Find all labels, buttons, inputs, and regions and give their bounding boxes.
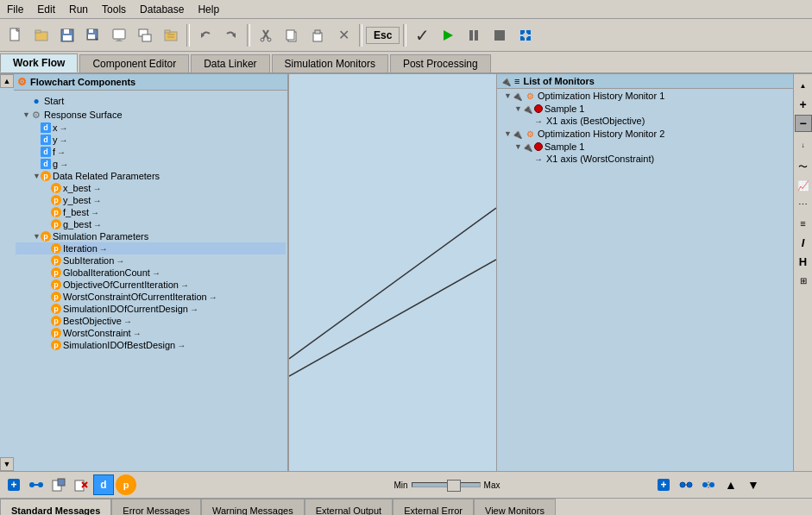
tree-start[interactable]: ● Start bbox=[16, 94, 286, 108]
d-tool-button[interactable]: d bbox=[93, 474, 114, 495]
open-button[interactable] bbox=[29, 23, 54, 47]
monitor-2-sample-1[interactable]: ▼ 🔌 Sample 1 bbox=[497, 141, 793, 153]
tree-x[interactable]: d x → bbox=[16, 122, 286, 134]
tree-worst-constraint[interactable]: p WorstConstraint → bbox=[16, 327, 286, 339]
tree-best-obj[interactable]: p BestObjective → bbox=[16, 315, 286, 327]
tree-y[interactable]: d y → bbox=[16, 134, 286, 146]
menu-run[interactable]: Run bbox=[62, 2, 95, 17]
pause-button[interactable] bbox=[462, 23, 486, 47]
menu-help[interactable]: Help bbox=[191, 2, 226, 17]
monitor-group-1[interactable]: ▼ 🔌 ⚙ Optimization History Monitor 1 bbox=[497, 89, 793, 103]
new-button[interactable] bbox=[3, 23, 28, 47]
undo-button[interactable] bbox=[193, 23, 217, 47]
sidebar-scroll-down[interactable]: ↓ bbox=[795, 136, 812, 154]
save-button[interactable] bbox=[55, 23, 79, 47]
delete-button[interactable]: ✕ bbox=[331, 23, 356, 47]
zoom-slider-track[interactable] bbox=[412, 482, 481, 487]
sidebar-italic-icon[interactable]: I bbox=[795, 234, 812, 251]
tree-g-best[interactable]: p g_best → bbox=[16, 218, 286, 230]
status-tab-error[interactable]: Error Messages bbox=[111, 499, 201, 515]
sidebar-bars-icon[interactable]: ≡ bbox=[795, 215, 812, 232]
status-tab-warning[interactable]: Warning Messages bbox=[201, 499, 305, 515]
y-best-label: y_best bbox=[63, 195, 91, 205]
add-conn-button[interactable] bbox=[26, 474, 47, 495]
monitor-1-x1-axis[interactable]: → X1 axis (BestObjective) bbox=[497, 115, 793, 127]
sidebar-zoom-plus[interactable]: + bbox=[795, 96, 812, 113]
sidebar-dots-icon[interactable]: ⋯ bbox=[795, 196, 812, 213]
tree-simid-cur[interactable]: p SimulationIDOfCurrentDesign → bbox=[16, 303, 286, 315]
delete-comp-button[interactable] bbox=[71, 474, 91, 495]
save-as-button[interactable]: + bbox=[81, 23, 105, 47]
left-panel: ⚙ Flowchart Components ● Start ▼ ⚙ Respo… bbox=[0, 74, 289, 471]
run-button[interactable] bbox=[436, 23, 460, 47]
scroll-up-button[interactable]: ▲ bbox=[0, 74, 14, 88]
cut-button[interactable] bbox=[254, 23, 278, 47]
menu-database[interactable]: Database bbox=[133, 2, 191, 17]
flowchart-title: Flowchart Components bbox=[30, 77, 135, 87]
plug-icon-s2: 🔌 bbox=[522, 142, 532, 152]
tree-f-best[interactable]: p f_best → bbox=[16, 206, 286, 218]
tab-component-editor[interactable]: Component Editor bbox=[79, 54, 189, 72]
monitor-1-sample-1[interactable]: ▼ 🔌 Sample 1 bbox=[497, 103, 793, 115]
sidebar-scroll-up[interactable]: ▲ bbox=[795, 77, 812, 94]
copy-monitor-button[interactable] bbox=[698, 474, 719, 495]
stop-button[interactable] bbox=[488, 23, 512, 47]
redo-button[interactable] bbox=[219, 23, 243, 47]
p-tool-button[interactable]: p bbox=[116, 474, 136, 495]
menu-tools[interactable]: Tools bbox=[95, 2, 133, 17]
status-tab-external-error[interactable]: External Error bbox=[393, 499, 474, 515]
tree-sim-params-group[interactable]: ▼ p Simulation Parameters bbox=[16, 230, 286, 242]
f-best-label: f_best bbox=[63, 207, 89, 217]
sidebar-wave-icon[interactable]: 〜 bbox=[795, 158, 812, 175]
copy-button[interactable] bbox=[280, 23, 304, 47]
monitor-2-x1-axis[interactable]: → X1 axis (WorstConstraint) bbox=[497, 153, 793, 165]
tree-f[interactable]: d f → bbox=[16, 146, 286, 158]
scroll-down-button[interactable]: ▼ bbox=[0, 457, 14, 471]
tree-response-surface[interactable]: ▼ ⚙ Response Surface bbox=[16, 108, 286, 122]
tab-simulation-monitors[interactable]: Simulation Monitors bbox=[272, 54, 388, 72]
edit-comp-button[interactable] bbox=[48, 474, 69, 495]
tree-iteration[interactable]: p Iteration → bbox=[16, 242, 286, 254]
svg-rect-9 bbox=[88, 35, 95, 39]
p-icon-wc: p bbox=[51, 328, 61, 338]
tree-g[interactable]: d g → bbox=[16, 158, 286, 170]
tree-data-params-group[interactable]: ▼ p Data Related Parameters bbox=[16, 170, 286, 182]
esc-button[interactable]: Esc bbox=[366, 27, 400, 44]
sidebar-grid-icon[interactable]: ⊞ bbox=[795, 272, 812, 289]
menu-file[interactable]: File bbox=[0, 2, 30, 17]
zoom-slider-thumb[interactable] bbox=[447, 480, 461, 492]
status-tab-standard[interactable]: Standard Messages bbox=[0, 499, 111, 515]
tab-data-linker[interactable]: Data Linker bbox=[191, 54, 269, 72]
tree-x-best[interactable]: p x_best → bbox=[16, 182, 286, 194]
tree-global-iter[interactable]: p GlobalIterationCount → bbox=[16, 267, 286, 279]
status-tab-view-monitors[interactable]: View Monitors bbox=[474, 499, 556, 515]
paste-button[interactable] bbox=[305, 23, 330, 47]
status-tab-external-output[interactable]: External Output bbox=[305, 499, 393, 515]
tab-post-processing[interactable]: Post Processing bbox=[390, 54, 491, 72]
folder2-button[interactable] bbox=[159, 23, 183, 47]
tab-workflow[interactable]: Work Flow bbox=[0, 53, 78, 72]
tree-obj-cur-iter[interactable]: p ObjectiveOfCurrentIteration → bbox=[16, 279, 286, 291]
tree-worst-cur-iter[interactable]: p WorstConstraintOfCurrentIteration → bbox=[16, 291, 286, 303]
sidebar-chart-icon[interactable]: 📈 bbox=[795, 177, 812, 194]
edit-monitor-button[interactable] bbox=[676, 474, 696, 495]
arrow-gbest: → bbox=[93, 220, 102, 229]
tree-subiteration[interactable]: p SubIteration → bbox=[16, 254, 286, 267]
monitor-group-2[interactable]: ▼ 🔌 ⚙ Optimization History Monitor 2 bbox=[497, 127, 793, 141]
p-icon-bo: p bbox=[51, 316, 61, 326]
add-comp-button[interactable]: + bbox=[3, 474, 24, 495]
p-icon-fbest: p bbox=[51, 207, 61, 217]
sidebar-h-icon[interactable]: H bbox=[795, 253, 812, 270]
puzzle-button[interactable] bbox=[513, 23, 538, 47]
tree-y-best[interactable]: p y_best → bbox=[16, 194, 286, 206]
monitor-button[interactable] bbox=[107, 23, 131, 47]
window-button[interactable] bbox=[133, 23, 157, 47]
menu-edit[interactable]: Edit bbox=[30, 2, 62, 17]
move-down-button[interactable]: ▼ bbox=[743, 474, 764, 495]
sidebar-minus-btn[interactable]: − bbox=[795, 115, 812, 132]
tree-simid-best[interactable]: p SimulationIDOfBestDesign → bbox=[16, 339, 286, 351]
move-up-button[interactable]: ▲ bbox=[721, 474, 741, 495]
iteration-label: Iteration bbox=[63, 243, 98, 254]
add-monitor-button[interactable]: + bbox=[653, 474, 674, 495]
check-button[interactable]: ✓ bbox=[410, 23, 434, 47]
